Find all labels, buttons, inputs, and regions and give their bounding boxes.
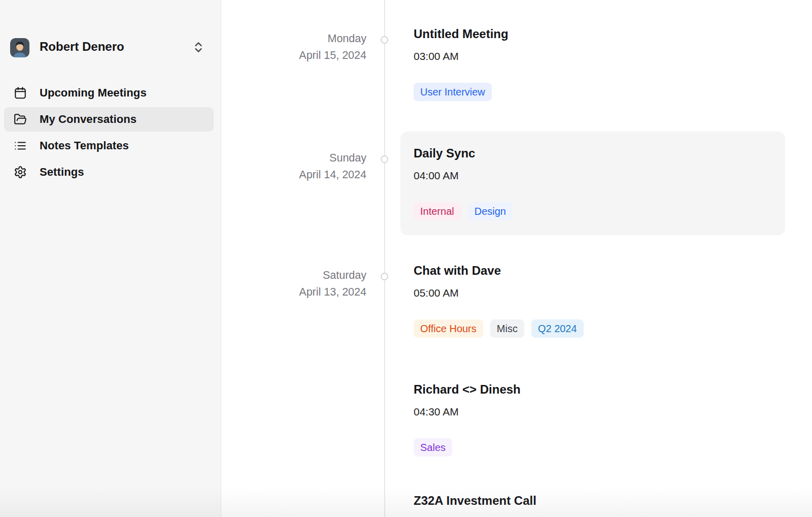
timeline-dot [381, 36, 388, 44]
meeting-title: Richard <> Dinesh [414, 382, 521, 397]
meeting-time: 03:00 AM [414, 50, 509, 63]
meeting-tags: Sales [414, 438, 521, 457]
tag-office-hours[interactable]: Office Hours [414, 319, 483, 338]
timeline-dot [381, 155, 388, 163]
tag-user-interview[interactable]: User Interview [414, 83, 492, 101]
meeting-card[interactable]: Chat with Dave 05:00 AM Office Hours Mis… [414, 263, 584, 338]
sidebar: Robert Denero Upcoming Meetings [0, 0, 221, 517]
sidebar-item-label: Settings [40, 166, 84, 179]
tag-internal[interactable]: Internal [414, 202, 461, 220]
conversations-timeline: Monday April 15, 2024 Untitled Meeting 0… [221, 0, 812, 517]
timeline-date: Sunday April 14, 2024 [221, 150, 366, 183]
meeting-title: Chat with Dave [414, 263, 584, 278]
sidebar-item-upcoming-meetings[interactable]: Upcoming Meetings [4, 81, 214, 105]
folder-open-icon [14, 113, 27, 126]
meeting-time: 04:30 AM [414, 405, 521, 418]
meeting-time: 05:00 AM [414, 286, 584, 300]
meeting-title: Z32A Investment Call [414, 493, 536, 508]
sidebar-item-settings[interactable]: Settings [4, 160, 214, 184]
meeting-tags: User Interview [414, 83, 509, 101]
timeline-weekday: Sunday [221, 150, 366, 167]
profile-name: Robert Denero [40, 40, 124, 54]
meeting-card[interactable]: Z32A Investment Call [414, 493, 536, 508]
timeline-date-text: April 15, 2024 [221, 47, 366, 64]
sidebar-nav: Upcoming Meetings My Conversations [4, 81, 214, 184]
timeline-date-text: April 13, 2024 [221, 284, 366, 301]
tag-sales[interactable]: Sales [414, 438, 452, 457]
timeline-weekday: Saturday [221, 267, 366, 284]
list-icon [14, 139, 27, 152]
avatar [10, 38, 29, 57]
meeting-title: Daily Sync [414, 146, 513, 161]
meeting-card[interactable]: Untitled Meeting 03:00 AM User Interview [414, 26, 509, 101]
timeline-date: Monday April 15, 2024 [221, 30, 366, 64]
sidebar-item-label: Upcoming Meetings [40, 86, 147, 100]
sidebar-item-my-conversations[interactable]: My Conversations [4, 107, 214, 132]
timeline-date: Saturday April 13, 2024 [221, 267, 366, 301]
sidebar-item-notes-templates[interactable]: Notes Templates [4, 134, 214, 158]
meeting-tags: Office Hours Misc Q2 2024 [414, 319, 584, 338]
timeline-line [384, 0, 385, 517]
meeting-tags: Internal Design [414, 202, 513, 220]
meeting-title: Untitled Meeting [414, 26, 509, 42]
tag-design[interactable]: Design [468, 202, 513, 220]
profile-switcher[interactable]: Robert Denero [0, 36, 221, 60]
timeline-weekday: Monday [221, 30, 366, 47]
tag-misc[interactable]: Misc [490, 319, 524, 338]
meeting-time: 04:00 AM [414, 169, 513, 182]
timeline-dot [381, 273, 388, 280]
tag-q2-2024[interactable]: Q2 2024 [531, 319, 584, 338]
chevrons-up-down-icon[interactable] [192, 40, 205, 55]
meeting-card[interactable]: Richard <> Dinesh 04:30 AM Sales [414, 382, 521, 457]
timeline-date-text: April 14, 2024 [221, 167, 366, 183]
sidebar-item-label: My Conversations [40, 113, 137, 126]
meeting-card[interactable]: Daily Sync 04:00 AM Internal Design [414, 146, 513, 220]
meetings-app: Robert Denero Upcoming Meetings [0, 0, 812, 517]
sidebar-item-label: Notes Templates [40, 139, 129, 152]
calendar-icon [14, 86, 27, 100]
gear-icon [14, 166, 27, 179]
